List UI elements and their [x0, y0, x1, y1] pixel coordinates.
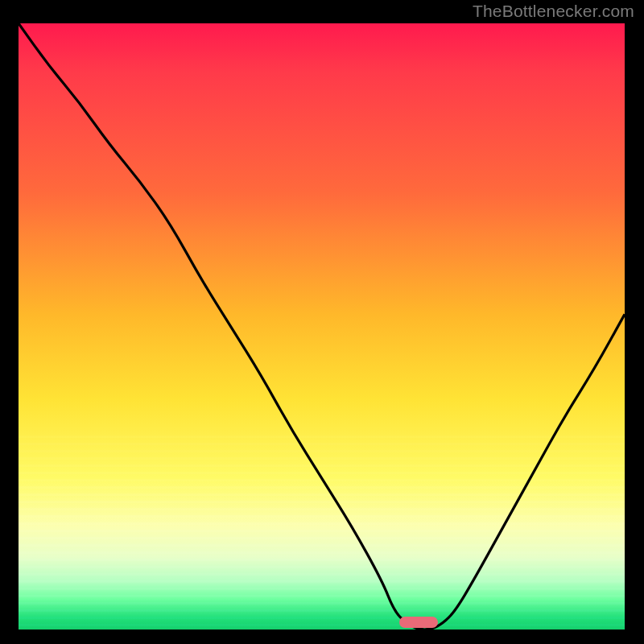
curve-path: [19, 23, 625, 630]
plot-area: [19, 23, 625, 630]
root: TheBottlenecker.com: [0, 0, 644, 644]
bottleneck-curve: [19, 23, 625, 630]
attribution-text: TheBottlenecker.com: [473, 2, 634, 21]
optimal-marker: [399, 617, 438, 628]
